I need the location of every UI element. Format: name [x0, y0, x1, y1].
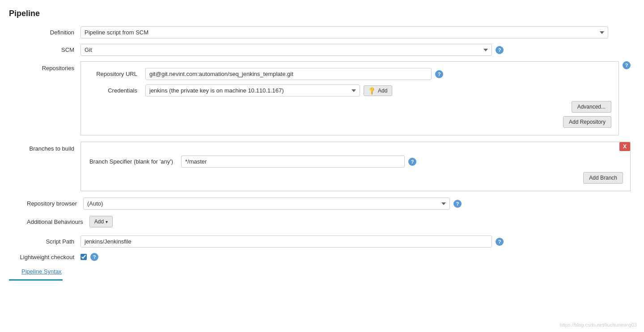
add-behaviour-button[interactable]: Add ▾ — [89, 216, 113, 227]
definition-select[interactable]: Pipeline script from SCM — [80, 26, 608, 38]
remove-branch-button[interactable]: X — [619, 142, 630, 151]
add-repository-button[interactable]: Add Repository — [563, 116, 611, 128]
lightweight-checkout-checkbox[interactable] — [80, 254, 87, 260]
key-icon: 🔑 — [367, 86, 377, 95]
script-path-input[interactable] — [80, 235, 492, 248]
branch-specifier-label: Branch Specifier (blank for 'any') — [88, 158, 178, 165]
pipeline-syntax-link[interactable]: Pipeline Syntax — [21, 268, 62, 275]
repo-browser-label: Repository browser — [27, 200, 83, 207]
repo-url-help-icon[interactable]: ? — [435, 70, 443, 78]
bottom-bar — [9, 279, 63, 281]
repositories-label: Repositories — [27, 61, 80, 71]
add-branch-button[interactable]: Add Branch — [583, 172, 623, 184]
advanced-button[interactable]: Advanced... — [572, 101, 611, 113]
branches-label: Branches to build — [27, 142, 80, 152]
additional-behaviours-label: Additional Behaviours — [27, 219, 89, 225]
definition-label: Definition — [9, 26, 80, 36]
credentials-label: Credentials — [88, 87, 142, 94]
credentials-select[interactable]: jenkins (the private key is on machine 1… — [145, 84, 360, 97]
repo-browser-help-icon[interactable]: ? — [453, 200, 462, 208]
script-path-help-icon[interactable]: ? — [496, 238, 504, 246]
repo-url-label: Repository URL — [88, 71, 142, 77]
scm-help-icon[interactable]: ? — [496, 46, 504, 54]
branch-specifier-help-icon[interactable]: ? — [408, 158, 416, 166]
lightweight-checkout-label: Lightweight checkout — [9, 254, 80, 261]
scm-select[interactable]: Git — [80, 44, 492, 56]
repositories-help-icon[interactable]: ? — [623, 61, 631, 69]
repo-url-input[interactable] — [145, 68, 432, 80]
lightweight-help-icon[interactable]: ? — [90, 253, 98, 261]
branch-specifier-input[interactable] — [181, 155, 405, 168]
repo-browser-select[interactable]: (Auto) — [83, 198, 450, 210]
watermark: https://blog.csdn.net/liuchunming03 — [560, 322, 637, 328]
scm-label: SCM — [27, 44, 80, 53]
page-title: Pipeline — [9, 9, 631, 18]
dropdown-arrow-icon: ▾ — [106, 219, 108, 224]
add-credentials-button[interactable]: 🔑 Add — [364, 85, 392, 96]
script-path-label: Script Path — [9, 238, 80, 245]
